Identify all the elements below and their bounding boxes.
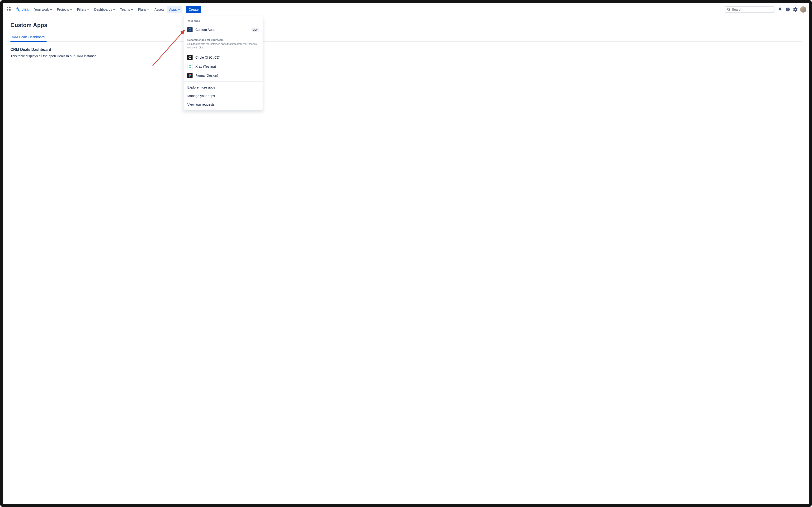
- gear-icon: [793, 7, 798, 12]
- svg-point-7: [190, 74, 191, 75]
- dropdown-item-label: Circle CI (CI/CD): [196, 56, 220, 59]
- chevron-down-icon: [178, 8, 180, 11]
- bell-icon: [778, 7, 782, 12]
- custom-apps-icon: [187, 27, 193, 32]
- nav-assets[interactable]: Assets: [152, 6, 166, 13]
- recommended-subtext: Ship faster with marketplace apps that i…: [187, 42, 259, 50]
- main-content: Custom Apps CRM Deals Dashboard CRM Deal…: [3, 16, 809, 64]
- dev-badge: DEV: [252, 28, 259, 32]
- dropdown-your-apps-section: Your apps: [183, 16, 263, 25]
- jira-logo[interactable]: Jira: [15, 7, 29, 12]
- chevron-down-icon: [87, 8, 90, 11]
- svg-point-8: [189, 75, 190, 76]
- help-button[interactable]: ?: [784, 6, 792, 13]
- page-title: Custom Apps: [10, 22, 802, 29]
- product-name: Jira: [21, 7, 29, 12]
- tab-crm-deals-dashboard[interactable]: CRM Deals Dashboard: [10, 33, 47, 41]
- your-apps-heading: Your apps: [187, 19, 259, 22]
- nav-projects[interactable]: Projects: [55, 6, 74, 13]
- svg-point-6: [189, 74, 190, 75]
- dropdown-link-manage[interactable]: Manage your apps: [183, 92, 263, 100]
- chevron-down-icon: [113, 8, 115, 11]
- dropdown-item-circleci[interactable]: Circle CI (CI/CD): [183, 53, 263, 62]
- svg-point-5: [190, 57, 191, 58]
- create-button[interactable]: Create: [186, 6, 201, 13]
- app-switcher-button[interactable]: [6, 6, 13, 13]
- user-avatar[interactable]: [800, 6, 806, 13]
- circleci-icon: [187, 55, 193, 60]
- search-input[interactable]: [732, 8, 772, 11]
- dropdown-item-custom-apps[interactable]: Custom Apps DEV: [183, 25, 263, 34]
- help-icon: ?: [786, 7, 790, 12]
- primary-nav: Your work Projects Filters Dashboards Te…: [32, 6, 201, 13]
- dropdown-link-requests[interactable]: View app requests: [183, 100, 263, 110]
- svg-text:?: ?: [787, 8, 789, 11]
- notifications-button[interactable]: [776, 6, 784, 13]
- section-description: This table displays all the open Deals i…: [10, 54, 802, 58]
- dropdown-item-label: Custom Apps: [196, 28, 215, 32]
- top-nav-bar: Jira Your work Projects Filters Dashboar…: [3, 3, 809, 16]
- nav-dashboards[interactable]: Dashboards: [92, 6, 117, 13]
- section-heading: CRM Deals Dashboard: [10, 48, 802, 52]
- search-box[interactable]: [724, 6, 774, 13]
- dropdown-recommended-section: Recommended for your team Ship faster wi…: [183, 34, 263, 53]
- dropdown-item-figma[interactable]: Figma (Design): [183, 71, 263, 80]
- chevron-down-icon: [70, 8, 72, 11]
- nav-filters[interactable]: Filters: [75, 6, 92, 13]
- nav-your-work[interactable]: Your work: [32, 6, 54, 13]
- svg-point-9: [190, 75, 191, 76]
- chevron-down-icon: [131, 8, 133, 11]
- nav-teams[interactable]: Teams: [118, 6, 135, 13]
- nav-apps[interactable]: Apps: [167, 6, 182, 13]
- svg-point-10: [189, 76, 190, 77]
- recommended-heading: Recommended for your team: [187, 39, 259, 41]
- dropdown-item-xray[interactable]: Xray (Testing): [183, 62, 263, 71]
- dropdown-divider: [183, 81, 263, 82]
- app-switcher-icon: [7, 7, 12, 12]
- svg-point-0: [727, 8, 729, 10]
- dropdown-item-label: Figma (Design): [196, 73, 218, 77]
- xray-icon: [187, 64, 193, 69]
- dropdown-link-explore[interactable]: Explore more apps: [183, 83, 263, 92]
- dropdown-item-label: Xray (Testing): [196, 65, 216, 68]
- figma-icon: [187, 73, 193, 78]
- settings-button[interactable]: [792, 6, 799, 13]
- svg-point-3: [189, 29, 191, 31]
- nav-plans[interactable]: Plans: [136, 6, 152, 13]
- apps-dropdown: Your apps Custom Apps DEV Recommended fo…: [183, 16, 263, 110]
- search-icon: [727, 8, 730, 11]
- chevron-down-icon: [50, 8, 52, 11]
- chevron-down-icon: [147, 8, 150, 11]
- tab-row: CRM Deals Dashboard: [10, 33, 802, 42]
- jira-logo-icon: [15, 7, 20, 12]
